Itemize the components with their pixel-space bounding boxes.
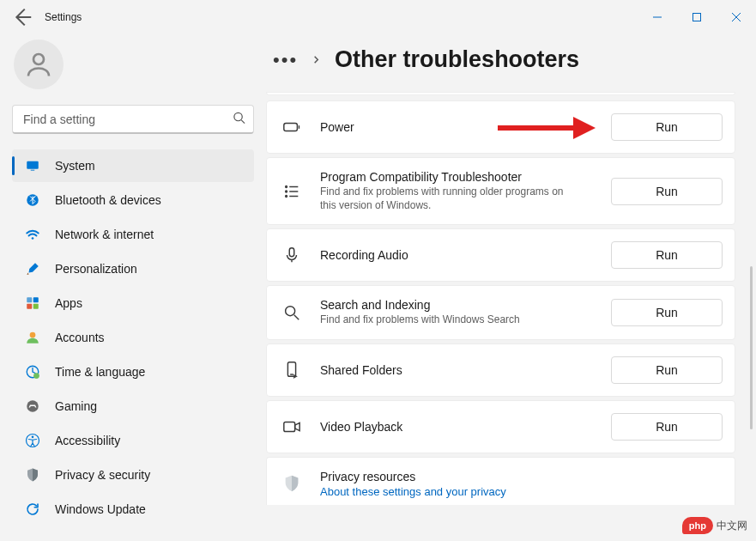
close-button[interactable] — [717, 3, 756, 31]
display-icon — [24, 157, 41, 174]
card-text: Video Playback — [320, 420, 592, 434]
maximize-button[interactable] — [677, 3, 717, 31]
sidebar-item-accessibility[interactable]: Accessibility — [12, 424, 254, 457]
svg-point-32 — [286, 307, 295, 316]
sidebar: System Bluetooth & devices Network & int… — [0, 34, 266, 541]
avatar[interactable] — [14, 40, 64, 89]
svg-rect-12 — [33, 297, 39, 302]
svg-rect-7 — [27, 161, 39, 169]
bluetooth-icon — [24, 191, 41, 209]
card-text: Privacy resources About these settings a… — [320, 470, 723, 498]
sidebar-item-label: Windows Update — [55, 502, 244, 516]
card-title: Recording Audio — [320, 248, 592, 262]
svg-point-29 — [286, 195, 287, 197]
troubleshooter-card-compat: Program Compatibility Troubleshooter Fin… — [266, 157, 735, 225]
minimize-button[interactable] — [638, 3, 677, 31]
svg-rect-22 — [299, 125, 299, 129]
accessibility-icon — [24, 432, 41, 449]
run-button-recording[interactable]: Run — [611, 241, 723, 269]
apps-icon — [24, 295, 41, 312]
sidebar-item-label: Accessibility — [55, 434, 244, 447]
svg-point-5 — [234, 112, 242, 120]
watermark: php 中文网 — [682, 517, 747, 534]
microphone-icon — [282, 246, 301, 264]
sidebar-item-label: System — [55, 159, 244, 173]
card-text: Search and Indexing Find and fix problem… — [320, 298, 592, 327]
svg-rect-1 — [693, 14, 701, 21]
troubleshooter-card-shared: Shared Folders Run — [266, 343, 735, 397]
run-button-search[interactable]: Run — [611, 299, 723, 326]
run-button-power[interactable]: Run — [611, 113, 723, 141]
sidebar-item-accounts[interactable]: Accounts — [12, 321, 254, 354]
card-title: Search and Indexing — [320, 298, 592, 312]
paintbrush-icon — [24, 260, 41, 277]
sidebar-item-label: Accounts — [55, 331, 244, 344]
card-subtitle: Find and fix problems with Windows Searc… — [320, 313, 578, 327]
sidebar-item-label: Bluetooth & devices — [55, 193, 244, 207]
breadcrumb-more-button[interactable]: ••• — [273, 49, 298, 71]
svg-point-15 — [30, 332, 36, 338]
search-icon — [233, 112, 245, 128]
svg-line-33 — [294, 315, 299, 320]
troubleshooter-card-video: Video Playback Run — [266, 400, 735, 453]
shield-icon — [24, 466, 41, 483]
arrow-left-icon — [9, 4, 34, 30]
card-title: Power — [320, 120, 592, 134]
sidebar-item-system[interactable]: System — [12, 149, 254, 182]
svg-rect-14 — [33, 304, 39, 309]
sidebar-item-label: Apps — [55, 296, 244, 310]
scrollbar-thumb[interactable] — [750, 266, 753, 429]
maximize-icon — [692, 12, 702, 22]
run-button-shared[interactable]: Run — [611, 356, 723, 384]
svg-line-6 — [241, 120, 245, 124]
gaming-icon — [24, 398, 41, 415]
accounts-icon — [24, 329, 41, 346]
sidebar-item-label: Gaming — [55, 399, 244, 413]
sidebar-item-personalization[interactable]: Personalization — [12, 252, 254, 285]
troubleshooter-card-power: Power Run — [266, 100, 735, 154]
update-icon — [24, 501, 41, 518]
svg-rect-31 — [289, 248, 294, 257]
svg-point-20 — [32, 436, 34, 439]
sidebar-item-label: Network & internet — [55, 228, 244, 241]
search-icon — [282, 303, 301, 322]
clock-globe-icon — [24, 363, 41, 380]
sidebar-item-network[interactable]: Network & internet — [12, 218, 254, 251]
phone-sync-icon — [282, 361, 301, 380]
sidebar-item-bluetooth[interactable]: Bluetooth & devices — [12, 184, 254, 216]
run-button-compat[interactable]: Run — [611, 178, 723, 205]
shield-icon — [282, 474, 301, 493]
wifi-icon — [24, 226, 41, 243]
sidebar-item-label: Time & language — [55, 365, 244, 379]
search-input[interactable] — [12, 105, 254, 134]
list-icon — [282, 182, 301, 201]
sidebar-item-gaming[interactable]: Gaming — [12, 390, 254, 422]
card-title: Shared Folders — [320, 363, 592, 377]
sidebar-item-label: Privacy & security — [55, 468, 244, 482]
sidebar-item-apps[interactable]: Apps — [12, 287, 254, 319]
svg-rect-8 — [31, 170, 35, 172]
run-button-video[interactable]: Run — [611, 413, 723, 441]
content-area: ••• Other troubleshooters Power Run — [266, 34, 756, 541]
troubleshooter-list: Power Run Program Compatibility Troubles… — [266, 92, 735, 505]
card-text: Power — [320, 120, 592, 134]
sidebar-item-privacy[interactable]: Privacy & security — [12, 459, 254, 491]
card-sliver-top — [266, 92, 735, 95]
close-icon — [731, 12, 741, 22]
page-title: Other troubleshooters — [335, 46, 579, 73]
card-title: Video Playback — [320, 420, 592, 434]
svg-point-10 — [32, 237, 34, 240]
svg-point-27 — [286, 191, 287, 192]
video-icon — [282, 417, 301, 436]
window-controls — [638, 3, 756, 31]
privacy-link[interactable]: About these settings and your privacy — [320, 485, 723, 498]
watermark-bubble: php — [682, 517, 713, 534]
window-title: Settings — [45, 11, 82, 23]
svg-point-25 — [286, 185, 287, 187]
sidebar-item-update[interactable]: Windows Update — [12, 493, 254, 526]
card-title: Program Compatibility Troubleshooter — [320, 170, 592, 184]
back-button[interactable] — [9, 4, 34, 30]
privacy-card: Privacy resources About these settings a… — [266, 457, 735, 505]
sidebar-item-time[interactable]: Time & language — [12, 356, 254, 388]
card-text: Shared Folders — [320, 363, 592, 377]
